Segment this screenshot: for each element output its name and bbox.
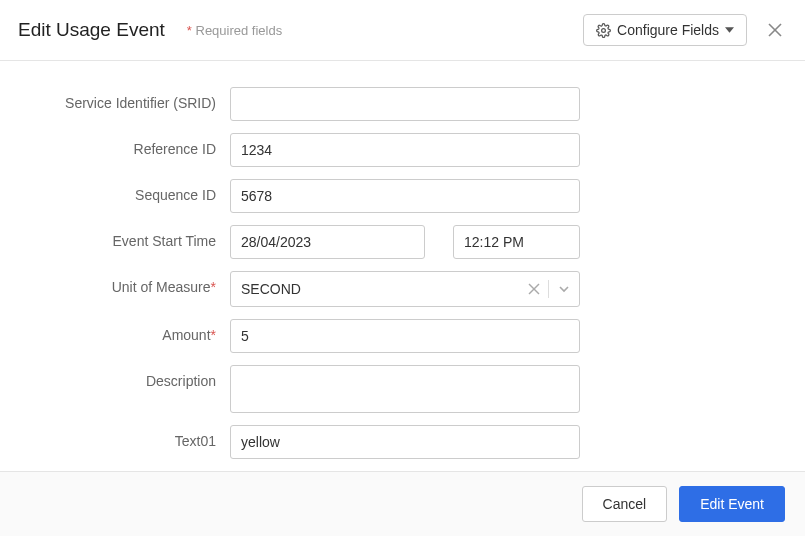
gear-icon — [596, 23, 611, 38]
row-reference-id: Reference ID — [40, 133, 765, 167]
input-event-start-date — [230, 225, 425, 259]
input-amount[interactable] — [230, 319, 580, 353]
label-reference-id: Reference ID — [40, 133, 230, 157]
row-event-start: Event Start Time — [40, 225, 765, 259]
dialog-header: Edit Usage Event * Required fields Confi… — [0, 0, 805, 61]
input-event-start-time — [453, 225, 580, 259]
asterisk-icon: * — [187, 23, 192, 38]
row-description: Description — [40, 365, 765, 413]
label-event-start: Event Start Time — [40, 225, 230, 249]
submit-button[interactable]: Edit Event — [679, 486, 785, 522]
required-asterisk-icon: * — [211, 279, 216, 295]
input-srid — [230, 87, 580, 121]
caret-down-icon — [725, 27, 734, 33]
row-uom: Unit of Measure* SECOND — [40, 271, 765, 307]
row-text01: Text01 — [40, 425, 765, 459]
label-text01: Text01 — [40, 425, 230, 449]
form-body: Service Identifier (SRID) Reference ID S… — [0, 61, 805, 491]
chevron-down-icon[interactable] — [557, 282, 571, 296]
configure-fields-button[interactable]: Configure Fields — [583, 14, 747, 46]
label-uom: Unit of Measure* — [40, 271, 230, 295]
cancel-button[interactable]: Cancel — [582, 486, 668, 522]
row-amount: Amount* — [40, 319, 765, 353]
select-uom[interactable]: SECOND — [230, 271, 580, 307]
label-description: Description — [40, 365, 230, 389]
svg-point-0 — [602, 28, 606, 32]
input-sequence-id[interactable] — [230, 179, 580, 213]
row-srid: Service Identifier (SRID) — [40, 87, 765, 121]
close-button[interactable] — [763, 18, 787, 42]
clear-icon[interactable] — [528, 283, 540, 295]
label-amount: Amount* — [40, 319, 230, 343]
required-asterisk-icon: * — [211, 327, 216, 343]
input-description[interactable] — [230, 365, 580, 413]
dialog-footer: Cancel Edit Event — [0, 471, 805, 536]
close-icon — [767, 22, 783, 38]
dialog-title: Edit Usage Event — [18, 19, 165, 41]
input-reference-id[interactable] — [230, 133, 580, 167]
select-uom-value: SECOND — [241, 281, 528, 297]
label-sequence-id: Sequence ID — [40, 179, 230, 203]
row-sequence-id: Sequence ID — [40, 179, 765, 213]
input-text01[interactable] — [230, 425, 580, 459]
divider — [548, 280, 549, 298]
label-srid: Service Identifier (SRID) — [40, 87, 230, 111]
required-fields-note: * Required fields — [187, 23, 282, 38]
